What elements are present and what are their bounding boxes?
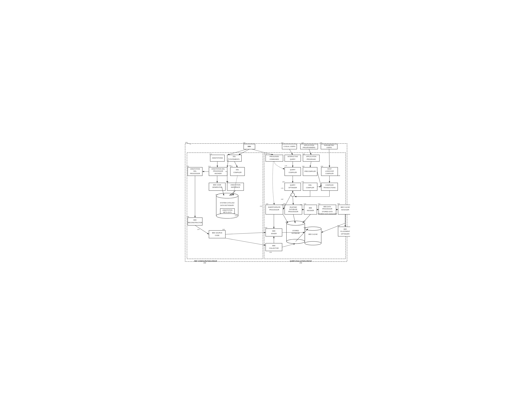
system-catalog-label1: SYSTEM CATALOG/ xyxy=(220,202,234,204)
runtime-db-label2: DATABASE xyxy=(289,209,297,210)
dba-label: DBA xyxy=(248,145,251,147)
ref-154: 154 xyxy=(215,194,218,196)
ann-ddl-proc-inv-label2: PROCESSOR xyxy=(213,170,223,172)
ann-ddl-proc-inv-label1: ANNOTATION DDL xyxy=(211,168,225,170)
arrow-bee-src-bee-maker xyxy=(225,232,266,234)
arrow-bee-collector-stored-db xyxy=(282,244,295,247)
bee-data-proc-label2: PROCESSOR xyxy=(322,208,332,210)
interactive-query-label1: INTERACTIVE xyxy=(288,156,298,157)
bee-recon-label1: BEE xyxy=(193,219,197,221)
ann-meta-label2: META-DATA xyxy=(223,211,232,213)
ref-224: 224 xyxy=(234,215,237,217)
parametric-users-label: PARAMETRIC xyxy=(324,145,334,146)
bee-cache-box xyxy=(305,229,321,243)
ref-206: 206 xyxy=(303,227,306,228)
precompiler-label: PRECOMPILER xyxy=(305,170,316,172)
query-compiler-label2: COMPILER xyxy=(289,172,297,173)
host-lang-label2: LANGUAGE xyxy=(325,170,334,172)
bee-cache-label1: BEE CACHE xyxy=(308,233,317,235)
ann-ddl-proc-label1: ANNOTATION xyxy=(190,168,200,170)
ref-216: 216 xyxy=(265,203,268,205)
arrow-circle-runtime-db xyxy=(293,196,293,205)
ref-182c: 182 xyxy=(282,204,284,206)
bee-src-label1: BEE SOURCE xyxy=(212,232,222,234)
ann-inf-label2: INFERENCE xyxy=(231,186,240,188)
ref-212: 212 xyxy=(209,153,212,155)
ddl-statements-label2: STATEMENTS xyxy=(229,158,240,160)
ref-172: 172 xyxy=(264,153,267,155)
bee-maker-label2: MAKER xyxy=(271,233,277,234)
bee-inv-label1: BEE xyxy=(309,207,312,209)
arrow-priv-cmd-insert-update xyxy=(273,161,274,205)
ref-188-label: 188 xyxy=(338,175,340,176)
bee-recon-label2: RECONSTRUCTOR xyxy=(188,222,202,224)
bee-place-opt-label2: PLACEMENT xyxy=(340,231,350,232)
bee-src-label2: CODE xyxy=(215,234,220,236)
ref-178: 178 xyxy=(281,188,283,189)
ddl-statements-label1: DDL xyxy=(233,156,236,157)
stored-db-label1: STORED xyxy=(292,230,299,232)
ref-202: 202 xyxy=(264,227,267,228)
bee-reconstructor-box xyxy=(188,218,202,225)
bee-cache-mgr-label2: MANAGER xyxy=(341,209,349,211)
ref-158: 158 xyxy=(243,142,245,144)
app-programmers-label2: PROGRAMMERS xyxy=(303,147,315,148)
ref-218: 218 xyxy=(303,203,306,205)
bee-inv-label2: INVOKER xyxy=(307,210,314,211)
app-programmers-label: APPLICATION xyxy=(304,145,314,146)
stored-db-top xyxy=(286,221,305,225)
ins-upd-label2: PROCESSOR xyxy=(269,209,279,211)
bee-cache-bottom xyxy=(305,241,321,245)
runtime-db-label1: RUNTIME xyxy=(290,206,297,208)
application-programs-label2: PROGRAMS xyxy=(307,158,316,160)
annotations-label: ANNOTATIONS xyxy=(212,157,223,159)
arrow-app-programs-precompiler xyxy=(310,161,311,167)
query-eval-group-label: QUERY EVALUATION GROUP xyxy=(290,260,312,262)
bee-cache-mgr-label1: BEE CACHE xyxy=(341,206,350,208)
ref-232: 232 xyxy=(299,262,302,264)
ddl-compiler-label1: DDL xyxy=(236,169,239,171)
junction-circle xyxy=(291,193,295,196)
ins-upd-label1: INSERT/UPDATE xyxy=(268,206,280,208)
ref-200: 200 xyxy=(222,229,225,230)
ref-176: 176 xyxy=(284,165,287,167)
svg-line-1 xyxy=(187,143,191,145)
system-catalog-label2: DATA DICTIONARY xyxy=(220,204,234,206)
system-catalog-top xyxy=(216,193,238,198)
ddl-compiler-label2: COMPILER xyxy=(234,172,241,173)
diagram-container: 150 BEE CONFIGURATION GROUP 230 QUERY EV… xyxy=(182,139,350,267)
parametric-users-label2: USERS xyxy=(326,147,332,148)
interactive-query-label2: QUERY xyxy=(290,158,295,160)
bee-collector-label1: BEE xyxy=(272,245,275,246)
query-opt-label2: OPTIMIZER xyxy=(289,187,297,188)
ann-ddl-proc-inv-label3: INVOKER xyxy=(215,173,221,174)
stored-db-label2: DATABASE xyxy=(292,232,300,234)
privileged-commands-label1: PRIVILEGED xyxy=(270,156,279,157)
ref-174: 174 xyxy=(228,165,231,167)
bee-data-proc-label1: BEE DATA xyxy=(324,206,331,208)
arrow-param-host xyxy=(329,149,329,167)
ref-208: 208 xyxy=(337,203,340,205)
ref-150: 150 xyxy=(185,142,188,143)
arrow-precompiler-dml xyxy=(317,172,321,187)
query-opt-label1: QUERY xyxy=(290,184,295,186)
ref-182a: 182 xyxy=(281,198,283,200)
bee-code-gen-label2: GENERATOR xyxy=(212,186,222,188)
ref-160: 160 xyxy=(281,142,283,144)
ref-222: 222 xyxy=(318,203,320,205)
bee-collector-label2: COLLECTOR xyxy=(269,247,279,249)
stored-data-mgr-label-sm: STORED DATA MANAGER xyxy=(318,213,337,215)
bee-code-gen-label1: BEE CODE xyxy=(213,184,221,186)
ref-186: 186 xyxy=(301,181,304,183)
host-lang-label1: HOST xyxy=(327,168,332,170)
bee-place-opt-label1: BEE xyxy=(344,228,347,230)
ref-204: 204 xyxy=(269,252,272,253)
ref-184: 184 xyxy=(302,166,305,167)
dml-label1: DML xyxy=(308,184,312,186)
bee-config-group-label: BEE CONFIGURATION GROUP xyxy=(194,260,217,262)
bee-maker-box xyxy=(266,229,282,236)
bee-collector-box xyxy=(266,243,282,251)
ref-218-arrow: 218 xyxy=(300,204,302,206)
ann-ddl-proc-label3: PROCESSOR xyxy=(190,173,200,174)
query-compiler-label1: QUERY xyxy=(290,169,295,171)
